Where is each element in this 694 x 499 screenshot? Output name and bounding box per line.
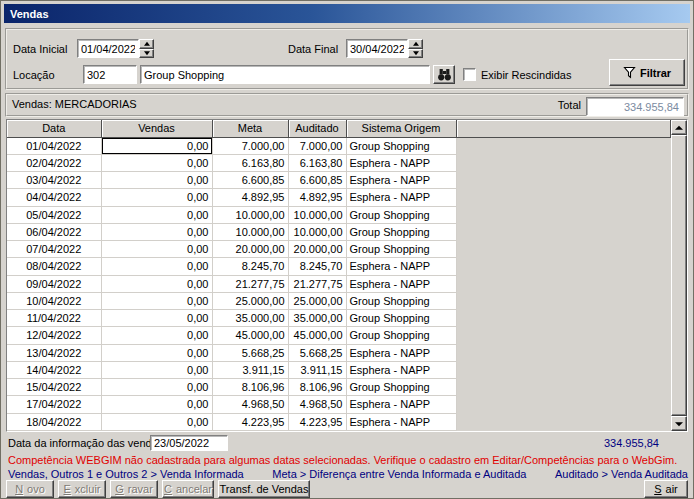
cell-data[interactable]: 08/04/2022 bbox=[7, 258, 101, 275]
cell-auditado[interactable]: 5.668,25 bbox=[288, 344, 346, 361]
table-row[interactable]: 01/04/20220,007.000,007.000,00Group Shop… bbox=[7, 137, 671, 154]
table-row[interactable]: 14/04/20220,003.911,153.911,15Esphera - … bbox=[7, 361, 671, 378]
cell-data[interactable]: 11/04/2022 bbox=[7, 310, 101, 327]
cell-auditado[interactable]: 25.000,00 bbox=[288, 292, 346, 309]
cell-auditado[interactable]: 4.968,50 bbox=[288, 396, 346, 413]
cell-meta[interactable]: 8.245,70 bbox=[212, 258, 288, 275]
cell-vendas[interactable]: 0,00 bbox=[101, 344, 212, 361]
cell-auditado[interactable]: 10.000,00 bbox=[288, 223, 346, 240]
cell-meta[interactable]: 10.000,00 bbox=[212, 206, 288, 223]
cell-vendas[interactable]: 0,00 bbox=[101, 223, 212, 240]
cell-auditado[interactable]: 6.600,85 bbox=[288, 172, 346, 189]
cell-data[interactable]: 04/04/2022 bbox=[7, 189, 101, 206]
cell-vendas[interactable]: 0,00 bbox=[101, 379, 212, 396]
cell-meta[interactable]: 7.000,00 bbox=[212, 137, 288, 154]
cell-meta[interactable]: 45.000,00 bbox=[212, 327, 288, 344]
cell-sistema-origem[interactable]: Group Shopping bbox=[346, 241, 456, 258]
cell-data[interactable]: 09/04/2022 bbox=[7, 275, 101, 292]
cell-vendas[interactable]: 0,00 bbox=[101, 154, 212, 171]
vertical-scrollbar[interactable] bbox=[671, 120, 687, 431]
locacao-code-input[interactable] bbox=[83, 65, 137, 84]
table-row[interactable]: 08/04/20220,008.245,708.245,70Esphera - … bbox=[7, 258, 671, 275]
cell-sistema-origem[interactable]: Esphera - NAPP bbox=[346, 344, 456, 361]
filtrar-button[interactable]: Filtrar bbox=[609, 59, 685, 86]
cell-auditado[interactable]: 20.000,00 bbox=[288, 241, 346, 258]
table-row[interactable]: 02/04/20220,006.163,806.163,80Esphera - … bbox=[7, 154, 671, 171]
table-row[interactable]: 09/04/20220,0021.277,7521.277,75Esphera … bbox=[7, 275, 671, 292]
cancelar-button[interactable]: Cancelar bbox=[162, 480, 214, 498]
cell-data[interactable]: 12/04/2022 bbox=[7, 327, 101, 344]
cell-sistema-origem[interactable]: Group Shopping bbox=[346, 310, 456, 327]
transf-vendas-button[interactable]: Transf. de Vendas bbox=[218, 480, 310, 498]
cell-sistema-origem[interactable]: Group Shopping bbox=[346, 292, 456, 309]
cell-sistema-origem[interactable]: Esphera - NAPP bbox=[346, 413, 456, 431]
cell-meta[interactable]: 20.000,00 bbox=[212, 241, 288, 258]
excluir-button[interactable]: Excluir bbox=[58, 480, 106, 498]
cell-data[interactable]: 02/04/2022 bbox=[7, 154, 101, 171]
scrollbar-thumb[interactable] bbox=[671, 135, 687, 416]
titlebar[interactable]: Vendas bbox=[4, 4, 690, 23]
cell-sistema-origem[interactable]: Group Shopping bbox=[346, 327, 456, 344]
cell-auditado[interactable]: 4.892,95 bbox=[288, 189, 346, 206]
cell-sistema-origem[interactable]: Esphera - NAPP bbox=[346, 189, 456, 206]
cell-meta[interactable]: 25.000,00 bbox=[212, 292, 288, 309]
cell-meta[interactable]: 10.000,00 bbox=[212, 223, 288, 240]
cell-auditado[interactable]: 21.277,75 bbox=[288, 275, 346, 292]
table-row[interactable]: 06/04/20220,0010.000,0010.000,00Group Sh… bbox=[7, 223, 671, 240]
cell-data[interactable]: 06/04/2022 bbox=[7, 223, 101, 240]
cell-data[interactable]: 10/04/2022 bbox=[7, 292, 101, 309]
novo-button[interactable]: Novo bbox=[6, 480, 54, 498]
cell-vendas[interactable]: 0,00 bbox=[101, 361, 212, 378]
cell-vendas[interactable]: 0,00 bbox=[101, 241, 212, 258]
cell-sistema-origem[interactable]: Group Shopping bbox=[346, 137, 456, 154]
cell-data[interactable]: 17/04/2022 bbox=[7, 396, 101, 413]
cell-auditado[interactable]: 45.000,00 bbox=[288, 327, 346, 344]
locacao-name-input[interactable] bbox=[140, 65, 430, 84]
locacao-search-button[interactable] bbox=[433, 65, 455, 84]
cell-vendas[interactable]: 0,00 bbox=[101, 327, 212, 344]
table-row[interactable]: 10/04/20220,0025.000,0025.000,00Group Sh… bbox=[7, 292, 671, 309]
data-final-spin-down-icon[interactable] bbox=[408, 49, 423, 59]
cell-vendas[interactable]: 0,00 bbox=[101, 172, 212, 189]
cell-data[interactable]: 05/04/2022 bbox=[7, 206, 101, 223]
cell-vendas[interactable]: 0,00 bbox=[101, 310, 212, 327]
data-inicial-spin-up-icon[interactable] bbox=[139, 39, 154, 49]
cell-data[interactable]: 18/04/2022 bbox=[7, 413, 101, 431]
cell-sistema-origem[interactable]: Group Shopping bbox=[346, 223, 456, 240]
cell-auditado[interactable]: 35.000,00 bbox=[288, 310, 346, 327]
cell-meta[interactable]: 8.106,96 bbox=[212, 379, 288, 396]
data-inicial-spin-down-icon[interactable] bbox=[139, 49, 154, 59]
cell-sistema-origem[interactable]: Group Shopping bbox=[346, 379, 456, 396]
table-row[interactable]: 05/04/20220,0010.000,0010.000,00Group Sh… bbox=[7, 206, 671, 223]
cell-meta[interactable]: 4.892,95 bbox=[212, 189, 288, 206]
cell-data[interactable]: 03/04/2022 bbox=[7, 172, 101, 189]
table-row[interactable]: 03/04/20220,006.600,856.600,85Esphera - … bbox=[7, 172, 671, 189]
cell-auditado[interactable]: 3.911,15 bbox=[288, 361, 346, 378]
cell-meta[interactable]: 21.277,75 bbox=[212, 275, 288, 292]
cell-vendas[interactable]: 0,00 bbox=[101, 396, 212, 413]
cell-vendas[interactable]: 0,00 bbox=[101, 206, 212, 223]
cell-meta[interactable]: 35.000,00 bbox=[212, 310, 288, 327]
cell-auditado[interactable]: 8.245,70 bbox=[288, 258, 346, 275]
cell-auditado[interactable]: 10.000,00 bbox=[288, 206, 346, 223]
scroll-up-icon[interactable] bbox=[671, 120, 687, 135]
cell-sistema-origem[interactable]: Esphera - NAPP bbox=[346, 258, 456, 275]
table-row[interactable]: 07/04/20220,0020.000,0020.000,00Group Sh… bbox=[7, 241, 671, 258]
scroll-down-icon[interactable] bbox=[671, 416, 687, 431]
table-row[interactable]: 13/04/20220,005.668,255.668,25Esphera - … bbox=[7, 344, 671, 361]
cell-sistema-origem[interactable]: Esphera - NAPP bbox=[346, 154, 456, 171]
table-row[interactable]: 12/04/20220,0045.000,0045.000,00Group Sh… bbox=[7, 327, 671, 344]
cell-vendas[interactable]: 0,00 bbox=[101, 258, 212, 275]
cell-sistema-origem[interactable]: Group Shopping bbox=[346, 206, 456, 223]
cell-auditado[interactable]: 7.000,00 bbox=[288, 137, 346, 154]
cell-vendas[interactable]: 0,00 bbox=[101, 413, 212, 431]
cell-auditado[interactable]: 8.106,96 bbox=[288, 379, 346, 396]
cell-meta[interactable]: 6.163,80 bbox=[212, 154, 288, 171]
table-row[interactable]: 18/04/20220,004.223,954.223,95Esphera - … bbox=[7, 413, 671, 431]
cell-meta[interactable]: 5.668,25 bbox=[212, 344, 288, 361]
cell-vendas[interactable]: 0,00 bbox=[101, 189, 212, 206]
exibir-rescindidas-checkbox[interactable] bbox=[463, 68, 476, 81]
cell-vendas[interactable]: 0,00 bbox=[101, 137, 212, 154]
cell-vendas[interactable]: 0,00 bbox=[101, 275, 212, 292]
cell-vendas[interactable]: 0,00 bbox=[101, 292, 212, 309]
